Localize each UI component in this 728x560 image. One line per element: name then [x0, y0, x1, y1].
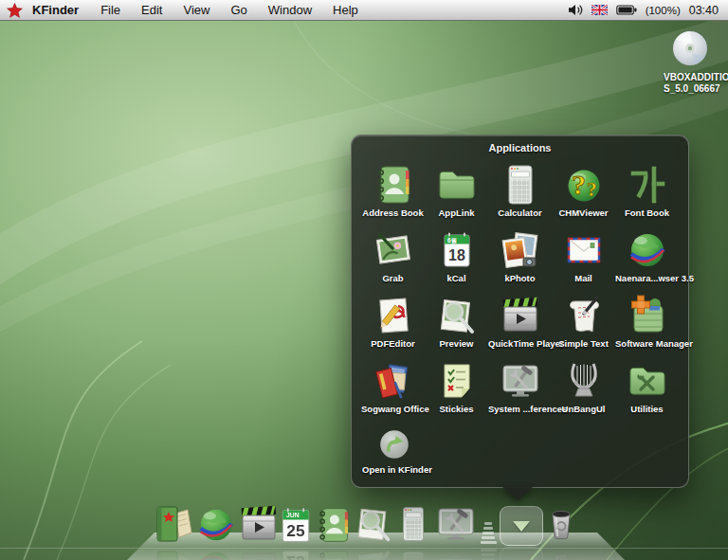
- dock-calendar-day: 25: [286, 521, 305, 540]
- trash-icon: [542, 502, 580, 546]
- grab-icon: [372, 228, 415, 272]
- calculator-icon: [499, 163, 542, 207]
- calendar-icon: 6월 18: [435, 228, 479, 272]
- app-item-address-book[interactable]: Address Book: [361, 163, 425, 218]
- app-label: System ...ferences: [488, 404, 552, 414]
- unbangul-harp-icon: [562, 359, 606, 403]
- app-item-grab[interactable]: Grab: [361, 228, 425, 283]
- browser-globe-icon: [626, 228, 669, 272]
- menu-kfinder[interactable]: KFinder: [28, 0, 90, 21]
- simple-text-icon: [562, 294, 606, 337]
- app-item-preview[interactable]: Preview: [425, 294, 488, 349]
- footer-label: Open in KFinder: [362, 464, 426, 475]
- red-star-icon[interactable]: [0, 3, 28, 18]
- app-label: Calculator: [488, 208, 552, 218]
- app-label: AppLink: [425, 208, 488, 218]
- uk-flag-icon[interactable]: [592, 5, 608, 15]
- app-label: Sogwang Office: [361, 404, 425, 414]
- open-arrow-icon: [375, 425, 413, 463]
- menu-edit[interactable]: Edit: [131, 0, 173, 21]
- system-preferences-icon: [499, 359, 542, 403]
- panel-pointer: [501, 486, 534, 500]
- battery-percent: (100%): [646, 5, 681, 16]
- panel-title: Applications: [352, 135, 688, 154]
- app-item-stickies[interactable]: Stickies: [425, 359, 488, 414]
- desktop-cd-volume[interactable]: VBOXADDITION S_5.0_06667: [664, 27, 717, 95]
- app-item-quicktime[interactable]: QuickTime Player: [488, 294, 552, 349]
- chm-viewer-icon: ? ?: [562, 163, 606, 207]
- app-item-mail[interactable]: Mail: [552, 228, 615, 283]
- app-item-calculator[interactable]: Calculator: [488, 163, 552, 218]
- cd-label-line1: VBOXADDITION: [664, 72, 717, 83]
- app-item-sogwang-office[interactable]: Sogwang Office: [361, 359, 425, 414]
- app-label: UnBangUl: [552, 404, 615, 414]
- software-manager-icon: [626, 294, 669, 337]
- app-label: CHMViewer: [552, 208, 615, 218]
- font-book-icon: [626, 163, 669, 207]
- dock-item-calendar[interactable]: JUN 25: [276, 504, 316, 546]
- app-label: Preview: [425, 338, 488, 349]
- app-label: QuickTime Player: [488, 338, 552, 349]
- dock-separator: [478, 504, 499, 546]
- dock-item-system-preferences[interactable]: [434, 502, 478, 546]
- app-item-system-preferences[interactable]: System ...ferences: [488, 359, 552, 414]
- app-item-pdfeditor[interactable]: PDFEditor: [361, 294, 425, 349]
- dock-item-applications-stack[interactable]: [500, 506, 543, 546]
- kcal-month: 6월: [447, 237, 457, 244]
- dock-item-address-book[interactable]: [314, 504, 354, 546]
- applications-stack-icon: [500, 506, 543, 546]
- chevron-down-icon: [513, 521, 530, 532]
- calendar-icon: JUN 25: [276, 504, 316, 546]
- app-item-applink[interactable]: AppLink: [425, 163, 488, 218]
- app-item-chmviewer[interactable]: ? ? CHMViewer: [552, 163, 615, 218]
- battery-icon[interactable]: [616, 5, 637, 15]
- mail-icon: [562, 228, 606, 272]
- app-item-kcal[interactable]: 6월 18 kCal: [425, 228, 488, 283]
- pdf-editor-icon: [372, 294, 415, 337]
- app-item-simple-text[interactable]: Simple Text: [552, 294, 615, 349]
- app-item-font-book[interactable]: Font Book: [615, 163, 679, 218]
- app-label: kPhoto: [488, 273, 552, 283]
- kfinder-icon: [152, 502, 195, 546]
- app-label: Grab: [361, 273, 425, 283]
- kcal-day: 18: [448, 247, 465, 263]
- calculator-icon: [394, 502, 432, 546]
- dock-item-naenara-browser[interactable]: [195, 504, 237, 546]
- preview-icon: [435, 294, 479, 337]
- dock-item-calculator[interactable]: [394, 502, 432, 546]
- svg-text:?: ?: [587, 178, 597, 201]
- dock-calendar-month: JUN: [286, 512, 300, 518]
- app-item-software-manager[interactable]: Software Manager: [615, 294, 679, 349]
- address-book-icon: [372, 163, 415, 207]
- open-in-kfinder[interactable]: Open in KFinder: [362, 425, 426, 475]
- folder-icon: [435, 163, 479, 207]
- dock-item-preview[interactable]: [353, 502, 394, 546]
- app-label: Mail: [552, 273, 615, 283]
- dock-item-trash[interactable]: [542, 502, 580, 546]
- app-label: PDFEditor: [361, 338, 425, 349]
- app-grid: Address Book AppLink: [352, 154, 688, 414]
- menu-go[interactable]: Go: [220, 0, 257, 21]
- app-label: Software Manager: [615, 338, 679, 349]
- app-label: Utilities: [615, 404, 679, 414]
- browser-globe-icon: [195, 504, 237, 546]
- menu-bar: KFinder File Edit View Go Window Help: [0, 0, 728, 21]
- app-item-utilities[interactable]: Utilities: [615, 359, 679, 414]
- app-item-kphoto[interactable]: kPhoto: [488, 228, 552, 283]
- dock-item-kfinder[interactable]: [152, 502, 195, 546]
- dock-item-quicktime[interactable]: [237, 502, 281, 546]
- menu-window[interactable]: Window: [258, 0, 322, 21]
- sogwang-office-icon: [372, 359, 415, 403]
- speaker-icon[interactable]: [568, 4, 583, 16]
- cd-label-line2: S_5.0_06667: [664, 83, 717, 95]
- app-label: Stickies: [425, 404, 488, 414]
- app-label: Simple Text: [552, 338, 615, 349]
- menu-view[interactable]: View: [173, 0, 220, 21]
- menu-file[interactable]: File: [90, 0, 131, 21]
- svg-text:?: ?: [572, 169, 586, 200]
- app-item-naenara-browser[interactable]: Naenara...wser 3.5: [615, 228, 679, 283]
- menu-help[interactable]: Help: [322, 0, 369, 21]
- menu-clock[interactable]: 03:40: [689, 4, 719, 17]
- app-item-unbangul[interactable]: UnBangUl: [552, 359, 615, 414]
- stickies-icon: [435, 359, 479, 403]
